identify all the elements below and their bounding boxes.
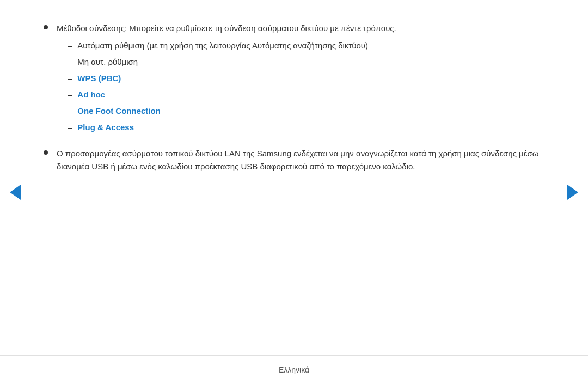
sub-item-3: – WPS (PBC) (68, 72, 544, 85)
sub-list-1: – Αυτόματη ρύθμιση (με τη χρήση της λειτ… (57, 39, 544, 134)
dash-1: – (68, 39, 72, 52)
sub-item-1: – Αυτόματη ρύθμιση (με τη χρήση της λειτ… (68, 39, 544, 52)
bullet1-text: Μέθοδοι σύνδεσης: Μπορείτε να ρυθμίσετε … (57, 23, 396, 33)
list-item-2: Ο προσαρμογέας ασύρματου τοπικού δικτύου… (44, 147, 544, 173)
footer-language: Ελληνικά (279, 365, 309, 374)
bullet-text-1: Μέθοδοι σύνδεσης: Μπορείτε να ρυθμίσετε … (57, 22, 544, 137)
sub-item-2-text: Μη αυτ. ρύθμιση (77, 56, 138, 69)
wps-pbc-link[interactable]: WPS (PBC) (77, 72, 121, 85)
ad-hoc-link[interactable]: Ad hoc (77, 88, 105, 101)
sub-item-4: – Ad hoc (68, 88, 544, 101)
main-content: Μέθοδοι σύνδεσης: Μπορείτε να ρυθμίσετε … (0, 0, 588, 355)
sub-item-2: – Μη αυτ. ρύθμιση (68, 56, 544, 69)
list-item-1: Μέθοδοι σύνδεσης: Μπορείτε να ρυθμίσετε … (44, 22, 544, 137)
dash-6: – (68, 121, 72, 134)
dash-3: – (68, 72, 72, 85)
dash-5: – (68, 105, 72, 118)
nav-left-button[interactable] (10, 185, 21, 200)
bullet-dot-1 (44, 25, 48, 29)
sub-item-5: – One Foot Connection (68, 105, 544, 118)
dash-4: – (68, 88, 72, 101)
bullet-list: Μέθοδοι σύνδεσης: Μπορείτε να ρυθμίσετε … (44, 22, 544, 183)
footer: Ελληνικά (0, 355, 588, 384)
nav-right-button[interactable] (567, 185, 578, 200)
bullet-text-2: Ο προσαρμογέας ασύρματου τοπικού δικτύου… (57, 147, 544, 173)
dash-2: – (68, 56, 72, 69)
sub-item-1-text: Αυτόματη ρύθμιση (με τη χρήση της λειτου… (77, 39, 368, 52)
bullet-dot-2 (44, 150, 48, 155)
plug-access-link[interactable]: Plug & Access (77, 121, 134, 134)
sub-item-6: – Plug & Access (68, 121, 544, 134)
one-foot-connection-link[interactable]: One Foot Connection (77, 105, 160, 118)
